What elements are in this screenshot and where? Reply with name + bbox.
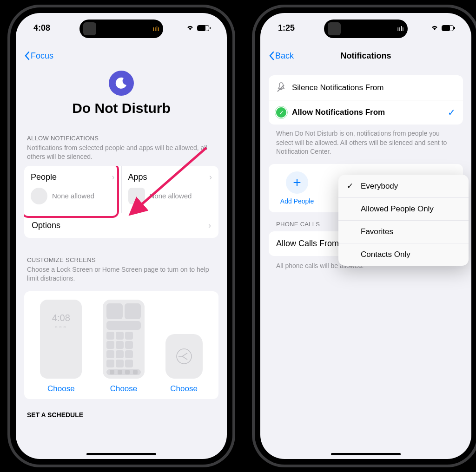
home-indicator[interactable] bbox=[331, 453, 401, 455]
bell-slash-icon bbox=[276, 82, 286, 93]
screen-left: 4:08 ıılı Focus bbox=[16, 13, 227, 459]
silence-option[interactable]: Silence Notifications From bbox=[269, 75, 463, 100]
nav-bar: Focus bbox=[24, 46, 218, 66]
status-time: 1:25 bbox=[278, 23, 295, 33]
wifi-icon bbox=[430, 24, 439, 33]
audio-wave-icon: ıılı bbox=[152, 25, 159, 33]
moon-icon bbox=[109, 71, 134, 96]
dynamic-island: ıılı bbox=[79, 20, 163, 38]
allow-option[interactable]: ✓ Allow Notifications From ✓ bbox=[269, 100, 463, 125]
home-screen-preview bbox=[103, 300, 145, 379]
popover-label: Favorites bbox=[361, 227, 393, 236]
hero: Do Not Disturb bbox=[24, 71, 218, 116]
phone-frame-right: 1:25 ıılı Back Notificat bbox=[252, 5, 476, 467]
nav-bar: Back Notifications bbox=[269, 46, 463, 66]
checkmark-icon: ✓ bbox=[347, 181, 355, 191]
chevron-right-icon: › bbox=[209, 172, 212, 182]
back-button[interactable]: Focus bbox=[24, 51, 53, 61]
people-cell[interactable]: People › None allowed bbox=[24, 166, 122, 213]
section-schedule-header: SET A SCHEDULE bbox=[24, 411, 218, 419]
battery-icon bbox=[442, 25, 454, 31]
lock-screen-option[interactable]: 4:08 ○○○ Choose bbox=[40, 300, 82, 393]
section-screens-header: CUSTOMIZE SCREENS bbox=[24, 256, 218, 263]
now-playing-art bbox=[328, 22, 341, 35]
lock-preview-time: 4:08 bbox=[52, 313, 70, 323]
allow-label: Allow Notifications From bbox=[292, 108, 442, 117]
avatar-placeholder bbox=[31, 188, 47, 204]
people-sub: None allowed bbox=[52, 192, 94, 200]
wifi-icon bbox=[186, 24, 194, 33]
watch-face-option[interactable]: Choose bbox=[165, 334, 203, 393]
status-time: 4:08 bbox=[33, 23, 50, 33]
lock-screen-preview: 4:08 ○○○ bbox=[40, 300, 82, 379]
now-playing-art bbox=[83, 22, 96, 35]
mode-card: Silence Notifications From ✓ Allow Notif… bbox=[269, 75, 463, 125]
add-people-label: Add People bbox=[280, 197, 314, 205]
allow-calls-label: Allow Calls From bbox=[276, 239, 339, 249]
options-row[interactable]: Options › bbox=[24, 213, 218, 238]
popover-option-allowed[interactable]: Allowed People Only bbox=[338, 197, 469, 220]
section-screens-desc: Choose a Lock Screen or Home Screen page… bbox=[24, 263, 218, 288]
allow-description: When Do Not Disturb is on, notifications… bbox=[269, 125, 463, 164]
bezel: 4:08 ıılı Focus bbox=[10, 7, 232, 465]
popover-option-favorites[interactable]: Favorites bbox=[338, 220, 469, 243]
status-right bbox=[186, 23, 209, 33]
app-placeholder bbox=[128, 188, 145, 204]
home-screen-option[interactable]: Choose bbox=[103, 300, 145, 393]
plus-icon: + bbox=[286, 171, 308, 194]
popover-option-contacts[interactable]: Contacts Only bbox=[338, 243, 469, 266]
people-label: People bbox=[31, 172, 57, 182]
battery-icon bbox=[197, 25, 209, 31]
chevron-left-icon bbox=[24, 51, 30, 60]
checkmark-icon: ✓ bbox=[448, 107, 456, 118]
bezel: 1:25 ıılı Back Notificat bbox=[255, 7, 476, 465]
silence-label: Silence Notifications From bbox=[292, 83, 456, 92]
back-label: Focus bbox=[31, 51, 53, 61]
section-allow-header: ALLOW NOTIFICATIONS bbox=[24, 135, 218, 142]
phone-frame-left: 4:08 ıılı Focus bbox=[7, 5, 235, 467]
section-allow-desc: Notifications from selected people and a… bbox=[24, 142, 218, 166]
split-row: People › None allowed Apps › bbox=[24, 166, 218, 213]
add-people-button[interactable]: + Add People bbox=[276, 171, 318, 205]
screens-card: 4:08 ○○○ Choose C bbox=[24, 291, 218, 399]
page-title: Notifications bbox=[269, 51, 463, 61]
popover-option-everybody[interactable]: ✓ Everybody bbox=[338, 175, 469, 197]
chevron-left-icon bbox=[269, 51, 274, 60]
apps-label: Apps bbox=[128, 172, 147, 182]
audio-wave-icon: ıılı bbox=[397, 25, 404, 33]
chevron-right-icon: › bbox=[208, 221, 211, 230]
watch-preview bbox=[165, 334, 203, 379]
popover-label: Everybody bbox=[361, 182, 398, 191]
status-right bbox=[430, 23, 454, 33]
back-button[interactable]: Back bbox=[269, 51, 294, 61]
choose-button[interactable]: Choose bbox=[170, 384, 198, 393]
popover-label: Contacts Only bbox=[361, 250, 410, 259]
apps-cell[interactable]: Apps › None allowed bbox=[122, 166, 219, 213]
allow-card: People › None allowed Apps › bbox=[24, 166, 218, 238]
calls-from-popover: ✓ Everybody Allowed People Only Favorite… bbox=[338, 175, 469, 266]
apps-sub: None allowed bbox=[150, 192, 192, 200]
options-label: Options bbox=[32, 221, 60, 230]
watch-face-icon bbox=[176, 348, 192, 365]
home-indicator[interactable] bbox=[86, 453, 156, 455]
popover-label: Allowed People Only bbox=[361, 204, 434, 214]
content-right: Back Notifications Silence Notifications… bbox=[260, 46, 471, 459]
chevron-right-icon: › bbox=[112, 172, 115, 182]
screen-right: 1:25 ıılı Back Notificat bbox=[260, 13, 471, 459]
choose-button[interactable]: Choose bbox=[110, 384, 138, 393]
dynamic-island: ıılı bbox=[324, 20, 408, 38]
verified-badge-icon: ✓ bbox=[276, 107, 286, 118]
content-left: Focus Do Not Disturb ALLOW NOTIFICATIONS… bbox=[16, 46, 227, 459]
choose-button[interactable]: Choose bbox=[47, 384, 75, 393]
lock-dots-icon: ○○○ bbox=[55, 324, 67, 329]
back-label: Back bbox=[275, 51, 294, 61]
page-title: Do Not Disturb bbox=[24, 100, 218, 116]
